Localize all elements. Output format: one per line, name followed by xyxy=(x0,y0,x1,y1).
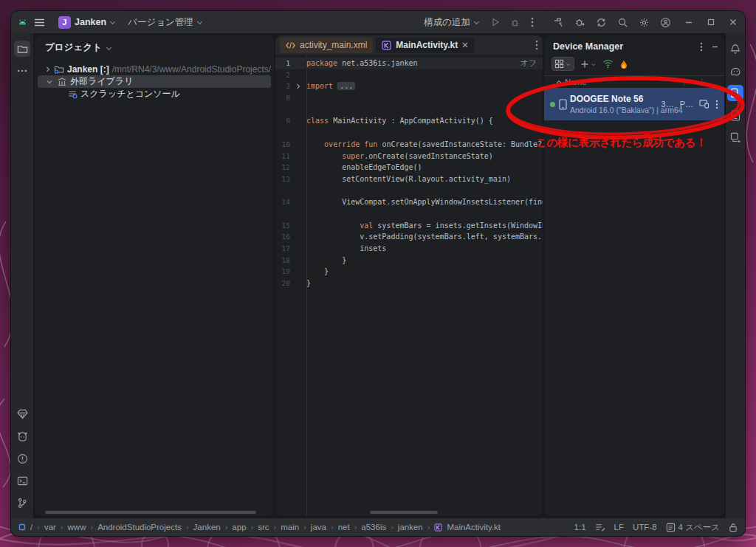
main-menu-icon[interactable] xyxy=(34,18,45,27)
android-studio-window: J Janken バージョン管理 構成の追加 xyxy=(10,10,746,537)
tree-item-label: 外部ライブラリ xyxy=(70,75,133,88)
breadcrumb-separator: › xyxy=(186,523,189,531)
chevron-down-icon[interactable] xyxy=(106,45,112,51)
breadcrumb-item[interactable]: Janken xyxy=(193,523,221,531)
breadcrumb-item[interactable]: a536is xyxy=(361,523,386,531)
tab-mainactivity-kt[interactable]: MainActivity.kt xyxy=(376,38,474,53)
fold-chevron-icon[interactable] xyxy=(290,80,306,92)
gemini-icon[interactable] xyxy=(727,63,743,79)
account-icon[interactable] xyxy=(660,17,671,28)
breadcrumb-item[interactable]: / xyxy=(30,523,32,531)
app-quality-insights-gem-icon[interactable] xyxy=(14,406,30,422)
code-line[interactable]: 17 insets xyxy=(275,243,543,255)
device-row-doogee-note-56[interactable]: DOOGEE Note 56 Android 16.0 ("Baklava") … xyxy=(544,88,724,120)
breadcrumb-item[interactable]: var xyxy=(44,523,56,531)
more-actions-icon[interactable] xyxy=(531,17,534,27)
run-configurations[interactable]: 構成の追加 xyxy=(419,15,484,30)
code-line[interactable]: 15 val systemBars = insets.getInsets(Win… xyxy=(275,220,543,232)
tab-activity-main-xml[interactable]: activity_main.xml xyxy=(280,38,373,53)
logcat-cat-icon[interactable] xyxy=(14,428,30,444)
project-toolwindow-button[interactable] xyxy=(14,41,30,57)
hide-toolwindow-icon[interactable] xyxy=(712,44,718,50)
problems-icon[interactable] xyxy=(14,450,30,467)
breadcrumb-item[interactable]: janken xyxy=(398,523,423,531)
breadcrumb-item[interactable]: src xyxy=(258,523,269,531)
device-manager-options-kebab-icon[interactable] xyxy=(700,42,703,52)
breadcrumb-item[interactable]: MainActivity.kt xyxy=(447,523,501,531)
profiler-icon[interactable] xyxy=(574,17,585,28)
code-line[interactable]: 12 enableEdgeToEdge() xyxy=(275,162,543,173)
tree-item[interactable]: 外部ライブラリ xyxy=(38,75,271,88)
git-branch-icon[interactable] xyxy=(14,495,30,511)
code-line[interactable]: 14 ViewCompat.setOnApplyWindowInsetsList… xyxy=(275,196,543,208)
code-line[interactable]: 19 } xyxy=(275,266,543,278)
breadcrumb-item[interactable]: app xyxy=(232,523,246,531)
gradle-sync-icon[interactable] xyxy=(596,17,607,28)
right-toolwindow-rail xyxy=(726,33,745,518)
indent-widget[interactable]: 4 スペース xyxy=(666,522,720,533)
terminal-icon[interactable] xyxy=(14,472,30,489)
code-editor[interactable]: オフ 1package net.a536is.janken23import ..… xyxy=(275,55,543,516)
device-row-kebab-icon[interactable] xyxy=(715,100,718,109)
project-hscrollbar[interactable] xyxy=(45,511,256,514)
notifications-bell-icon[interactable] xyxy=(727,41,743,57)
code-line[interactable]: 16 v.setPadding(systemBars.left, systemB… xyxy=(275,231,543,243)
project-switcher[interactable]: J Janken xyxy=(54,15,120,30)
code-line[interactable]: 18 } xyxy=(275,255,543,266)
code-line[interactable]: 8 xyxy=(275,92,543,104)
code-line[interactable]: 9class MainActivity : AppCompatActivity(… xyxy=(275,115,543,127)
editor-hscrollbar[interactable] xyxy=(370,511,438,514)
vcs-menu[interactable]: バージョン管理 xyxy=(123,15,207,30)
debug-icon[interactable] xyxy=(510,18,520,27)
code-line[interactable]: 20} xyxy=(275,278,543,289)
fold-gutter xyxy=(290,69,306,81)
tree-item[interactable]: スクラッチとコンソール xyxy=(38,88,271,100)
code-line[interactable]: 2 xyxy=(275,69,543,81)
line-separator[interactable]: LF xyxy=(614,523,624,531)
code-line[interactable]: 1package net.a536is.janken xyxy=(275,58,543,69)
code-line[interactable]: 13 setContentView(R.layout.activity_main… xyxy=(275,173,543,185)
mirror-device-icon[interactable] xyxy=(699,100,709,109)
chevron-down-icon[interactable] xyxy=(45,79,54,85)
build-icon[interactable] xyxy=(553,17,564,28)
annotation-text: この様に表示されたら成功である！ xyxy=(536,136,707,150)
code-line[interactable]: 3import ... xyxy=(275,80,543,92)
breadcrumb-item[interactable]: java xyxy=(311,523,326,531)
code-token xyxy=(306,140,324,148)
firebase-flame-icon[interactable] xyxy=(619,59,628,69)
breadcrumb-item[interactable]: net xyxy=(338,523,350,531)
cursor-position[interactable]: 1:1 xyxy=(574,523,586,531)
search-icon[interactable] xyxy=(617,17,628,28)
breadcrumb-separator: › xyxy=(251,523,254,531)
close-icon[interactable] xyxy=(729,18,738,27)
indent-style-icon[interactable] xyxy=(595,523,605,532)
editor-options-kebab-icon[interactable] xyxy=(535,40,538,50)
chevron-right-icon[interactable] xyxy=(45,66,51,72)
close-tab-icon[interactable] xyxy=(462,42,468,48)
maximize-icon[interactable] xyxy=(707,18,715,27)
device-table-header[interactable]: Name xyxy=(544,76,724,88)
tree-item[interactable]: Janken [:] /mnt/RN4/3/www/AndroidStudioP… xyxy=(38,63,271,75)
device-explorer-icon[interactable] xyxy=(727,129,743,145)
add-device-icon[interactable] xyxy=(580,60,597,69)
device-manager-toolwindow-button[interactable] xyxy=(727,85,743,101)
code-line[interactable]: 11 super.onCreate(savedInstanceState) xyxy=(275,151,543,162)
breadcrumb-item[interactable]: www xyxy=(68,523,86,531)
sort-ascending-icon xyxy=(556,79,562,85)
unlock-icon[interactable] xyxy=(729,523,738,532)
pair-wifi-icon[interactable] xyxy=(602,59,614,69)
code-token: setContentView(R.layout.activity_main) xyxy=(306,175,511,183)
run-icon[interactable] xyxy=(491,18,500,27)
code-line[interactable]: 10 override fun onCreate(savedInstanceSt… xyxy=(275,139,543,151)
inspection-highlight-badge[interactable]: オフ xyxy=(520,58,537,69)
breadcrumb-item[interactable]: main xyxy=(281,523,299,531)
minimize-icon[interactable] xyxy=(684,18,693,27)
more-tool-windows-icon[interactable] xyxy=(14,63,30,79)
running-devices-icon[interactable] xyxy=(727,107,743,123)
line-number: 19 xyxy=(275,266,290,278)
left-toolwindow-rail xyxy=(11,33,33,518)
device-grid-icon[interactable] xyxy=(551,57,574,71)
file-encoding[interactable]: UTF-8 xyxy=(633,523,657,531)
breadcrumb-item[interactable]: AndroidStudioProjects xyxy=(97,523,182,531)
settings-icon[interactable] xyxy=(639,17,650,28)
